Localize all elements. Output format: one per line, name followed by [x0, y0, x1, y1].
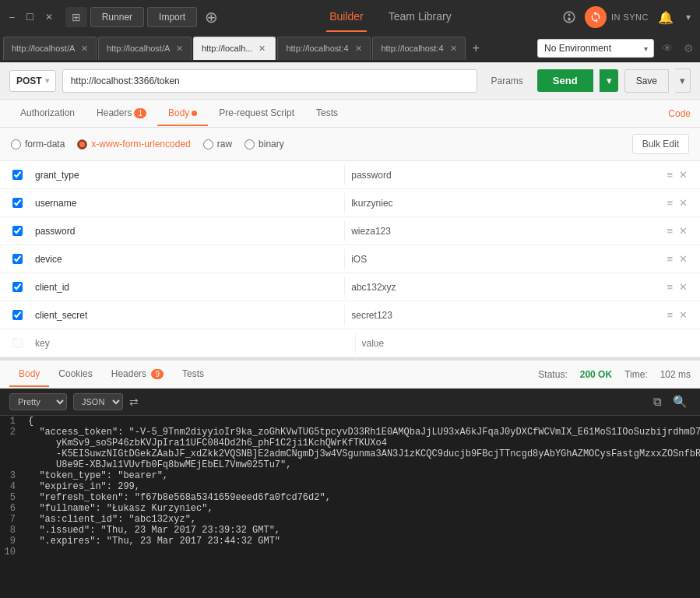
language-select[interactable]: JSON	[73, 393, 123, 410]
resp-tab-tests[interactable]: Tests	[173, 362, 213, 387]
tab-authorization[interactable]: Authorization	[9, 101, 86, 126]
form-placeholder-value[interactable]	[355, 333, 682, 354]
save-dropdown-button[interactable]: ▾	[675, 69, 691, 93]
form-key-2[interactable]	[29, 221, 344, 241]
form-value-1[interactable]	[344, 193, 660, 213]
code-line: 2 "access_token": "-V-5_9Tnm2diyyioIr9ka…	[0, 427, 700, 438]
tab-3[interactable]: http://localhost:4 ✕	[277, 37, 371, 60]
add-tab-button[interactable]: +	[467, 40, 484, 57]
body-type-form-data[interactable]: form-data	[11, 139, 65, 150]
body-type-raw[interactable]: raw	[203, 139, 232, 150]
form-delete-1[interactable]: ✕	[679, 197, 688, 209]
headers-badge: 1	[134, 108, 146, 118]
runner-button[interactable]: Runner	[90, 7, 144, 27]
code-link-button[interactable]: Code	[668, 108, 691, 119]
form-delete-3[interactable]: ✕	[679, 253, 688, 265]
body-type-urlencoded[interactable]: x-www-form-urlencoded	[77, 139, 190, 150]
tab-headers[interactable]: Headers1	[86, 101, 157, 126]
save-button[interactable]: Save	[624, 69, 669, 93]
form-actions-0: ≡ ✕	[660, 169, 694, 181]
eye-button[interactable]: 👁	[659, 39, 676, 58]
tab-tests[interactable]: Tests	[305, 101, 349, 126]
sync-settings-button[interactable]	[558, 6, 580, 28]
tab-1[interactable]: http://localhost/A ✕	[98, 37, 192, 60]
body-dot	[192, 111, 197, 116]
tab-0[interactable]: http://localhost/A ✕	[3, 37, 97, 60]
form-actions-4: ≡ ✕	[660, 281, 694, 293]
time-value: 102 ms	[660, 369, 691, 380]
form-value-4[interactable]	[344, 277, 660, 297]
tab-2[interactable]: http://localh... ✕	[193, 37, 276, 60]
new-tab-button[interactable]: ⊕	[200, 5, 223, 30]
form-row-1: ≡ ✕	[0, 189, 700, 217]
form-key-1[interactable]	[29, 193, 344, 213]
manage-env-button[interactable]: ⚙	[681, 39, 697, 58]
form-value-5[interactable]	[344, 305, 660, 325]
request-sub-tabs: Authorization Headers1 Body Pre-request …	[0, 100, 700, 128]
form-checkbox-2[interactable]	[12, 226, 23, 236]
format-icon-button[interactable]: ⇄	[129, 396, 139, 408]
maximize-button[interactable]: ☐	[23, 12, 37, 23]
form-delete-4[interactable]: ✕	[679, 281, 688, 293]
form-delete-0[interactable]: ✕	[679, 169, 688, 181]
tab-close-1[interactable]: ✕	[174, 44, 185, 54]
copy-response-button[interactable]: ⧉	[650, 392, 665, 412]
tab-close-4[interactable]: ✕	[448, 44, 459, 54]
form-value-3[interactable]	[344, 249, 660, 269]
bulk-edit-button[interactable]: Bulk Edit	[632, 134, 689, 154]
form-key-4[interactable]	[29, 277, 344, 297]
resp-tab-body[interactable]: Body	[9, 362, 49, 387]
minimize-button[interactable]: –	[6, 12, 18, 23]
resp-tab-headers[interactable]: Headers 9	[102, 362, 173, 387]
body-type-row: form-data x-www-form-urlencoded raw bina…	[0, 128, 700, 161]
url-input[interactable]	[62, 69, 477, 93]
form-reorder-3[interactable]: ≡	[667, 253, 673, 265]
form-key-0[interactable]	[29, 165, 344, 185]
environment-select[interactable]: No Environment	[537, 39, 654, 58]
tab-4[interactable]: http://localhost:4 ✕	[372, 37, 466, 60]
format-select[interactable]: Pretty Raw Preview	[9, 393, 67, 410]
code-line: 6 "fullname": "Łukasz Kurzyniec",	[0, 503, 700, 514]
form-row-5: ≡ ✕	[0, 301, 700, 329]
tab-close-0[interactable]: ✕	[79, 44, 90, 54]
form-delete-2[interactable]: ✕	[679, 225, 688, 237]
form-key-3[interactable]	[29, 249, 344, 269]
form-value-2[interactable]	[344, 221, 660, 241]
import-button[interactable]: Import	[147, 7, 197, 27]
form-delete-5[interactable]: ✕	[679, 309, 688, 321]
send-dropdown-button[interactable]: ▾	[600, 69, 618, 92]
form-checkbox-5[interactable]	[12, 310, 23, 320]
tab-body[interactable]: Body	[157, 101, 208, 126]
method-select[interactable]: POST ▾	[9, 70, 56, 92]
tab-close-3[interactable]: ✕	[354, 44, 364, 54]
params-button[interactable]: Params	[484, 71, 531, 91]
status-area: Status: 200 OK Time: 102 ms	[538, 369, 691, 380]
form-checkbox-0[interactable]	[12, 170, 23, 180]
resp-tab-cookies[interactable]: Cookies	[49, 362, 101, 387]
code-line: -K5EISuwzNIGtDGekZAabJF_xdZkk2VQSNB]E2ad…	[0, 448, 700, 459]
tab-close-2[interactable]: ✕	[257, 44, 267, 54]
close-button[interactable]: ✕	[42, 12, 56, 23]
form-checkbox-3[interactable]	[12, 254, 23, 264]
form-reorder-5[interactable]: ≡	[667, 309, 673, 321]
form-reorder-4[interactable]: ≡	[667, 281, 673, 293]
save-dropdown-icon: ▾	[680, 75, 685, 86]
tab-team-library[interactable]: Team Library	[385, 2, 455, 32]
more-options-button[interactable]: ▾	[683, 9, 694, 26]
form-placeholder-checkbox[interactable]	[12, 338, 23, 348]
form-reorder-2[interactable]: ≡	[667, 225, 673, 237]
notifications-button[interactable]: 🔔	[655, 7, 677, 28]
sidebar-toggle-button[interactable]: ⊞	[65, 7, 87, 27]
search-response-button[interactable]: 🔍	[670, 392, 691, 412]
form-value-0[interactable]	[344, 165, 660, 185]
body-type-binary[interactable]: binary	[244, 139, 284, 150]
form-reorder-1[interactable]: ≡	[667, 197, 673, 209]
tab-builder[interactable]: Builder	[326, 2, 367, 32]
tab-pre-request-script[interactable]: Pre-request Script	[208, 101, 305, 126]
form-reorder-0[interactable]: ≡	[667, 169, 673, 181]
form-checkbox-1[interactable]	[12, 198, 23, 208]
form-placeholder-key[interactable]	[29, 333, 355, 354]
form-key-5[interactable]	[29, 305, 344, 325]
send-button[interactable]: Send	[537, 69, 593, 92]
form-checkbox-4[interactable]	[12, 282, 23, 292]
